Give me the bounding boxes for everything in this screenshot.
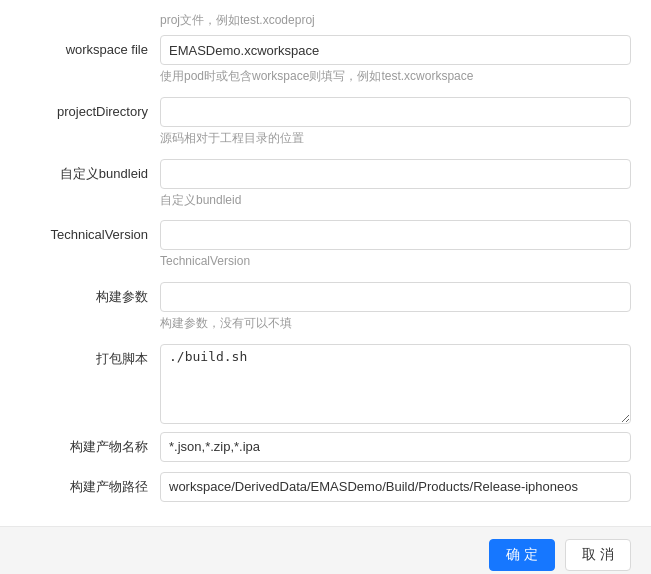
field-project-directory: 源码相对于工程目录的位置: [160, 97, 631, 155]
input-build-params[interactable]: [160, 282, 631, 312]
form-row-build-params: 构建参数 构建参数，没有可以不填: [20, 282, 631, 340]
form-row-artifact-name: 构建产物名称: [20, 432, 631, 462]
hint-project-directory: 源码相对于工程目录的位置: [160, 130, 631, 147]
form-row-technical-version: TechnicalVersion TechnicalVersion: [20, 220, 631, 278]
input-technical-version[interactable]: [160, 220, 631, 250]
input-project-directory[interactable]: [160, 97, 631, 127]
field-artifact-name: [160, 432, 631, 462]
label-technical-version: TechnicalVersion: [20, 220, 160, 244]
form-row-workspace-file: workspace file 使用pod时或包含workspace则填写，例如t…: [20, 35, 631, 93]
hint-build-params: 构建参数，没有可以不填: [160, 315, 631, 332]
confirm-button[interactable]: 确 定: [489, 539, 555, 571]
form-row-project-directory: projectDirectory 源码相对于工程目录的位置: [20, 97, 631, 155]
form-row-custom-bundleid: 自定义bundleid 自定义bundleid: [20, 159, 631, 217]
field-artifact-path: [160, 472, 631, 502]
input-custom-bundleid[interactable]: [160, 159, 631, 189]
hint-technical-version: TechnicalVersion: [160, 253, 631, 270]
form-container: proj文件，例如test.xcodeproj workspace file 使…: [0, 0, 651, 526]
field-build-params: 构建参数，没有可以不填: [160, 282, 631, 340]
textarea-build-script[interactable]: ./build.sh: [160, 344, 631, 424]
label-build-params: 构建参数: [20, 282, 160, 306]
input-artifact-path[interactable]: [160, 472, 631, 502]
top-hint: proj文件，例如test.xcodeproj: [20, 12, 631, 29]
form-row-artifact-path: 构建产物路径: [20, 472, 631, 502]
footer: 确 定 取 消: [0, 526, 651, 574]
label-artifact-path: 构建产物路径: [20, 472, 160, 496]
input-workspace-file[interactable]: [160, 35, 631, 65]
hint-custom-bundleid: 自定义bundleid: [160, 192, 631, 209]
cancel-button[interactable]: 取 消: [565, 539, 631, 571]
field-technical-version: TechnicalVersion: [160, 220, 631, 278]
label-custom-bundleid: 自定义bundleid: [20, 159, 160, 183]
field-custom-bundleid: 自定义bundleid: [160, 159, 631, 217]
label-workspace-file: workspace file: [20, 35, 160, 59]
label-project-directory: projectDirectory: [20, 97, 160, 121]
form-row-build-script: 打包脚本 ./build.sh: [20, 344, 631, 424]
input-artifact-name[interactable]: [160, 432, 631, 462]
field-build-script: ./build.sh: [160, 344, 631, 424]
hint-workspace-file: 使用pod时或包含workspace则填写，例如test.xcworkspace: [160, 68, 631, 85]
label-artifact-name: 构建产物名称: [20, 432, 160, 456]
label-build-script: 打包脚本: [20, 344, 160, 368]
field-workspace-file: 使用pod时或包含workspace则填写，例如test.xcworkspace: [160, 35, 631, 93]
